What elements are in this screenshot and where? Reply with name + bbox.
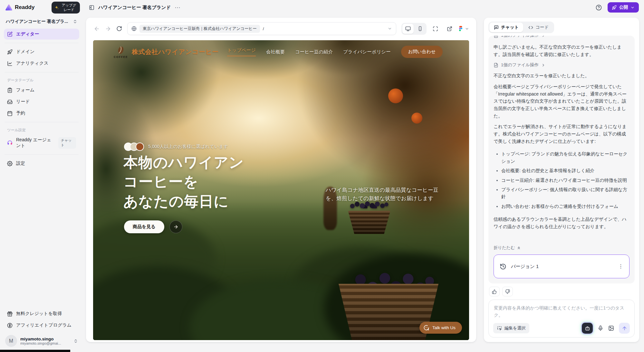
social-proof-badge: 5,000人以上のお客様に選ばれています bbox=[124, 143, 228, 151]
headset-icon bbox=[7, 140, 13, 146]
figma-export-button[interactable] bbox=[458, 26, 469, 32]
brand[interactable]: Readdy bbox=[5, 4, 34, 11]
chat-bubble-icon bbox=[494, 25, 499, 30]
headline-line: あなたの毎日に bbox=[123, 192, 244, 211]
file-op-label: 1個のファイル操作 bbox=[501, 36, 539, 38]
image-upload-button[interactable] bbox=[608, 325, 614, 331]
sidebar-item-forms[interactable]: フォーム bbox=[4, 85, 79, 96]
upgrade-button[interactable]: アップグレード bbox=[52, 2, 80, 14]
site-company-name[interactable]: 株式会社ハワイアンコーヒー bbox=[132, 48, 219, 56]
message-paragraph: 信頼感のあるブラウンカラーを基調とした上品なデザインで、ハワイの温かさを感じられ… bbox=[494, 216, 630, 230]
kebab-icon[interactable]: ⋮ bbox=[618, 264, 623, 269]
sidebar-item-settings[interactable]: 設定 bbox=[4, 158, 79, 169]
sidebar-item-analytics[interactable]: アナリティクス bbox=[4, 58, 79, 69]
select-edit-label: 編集を選択 bbox=[505, 325, 525, 331]
chevrons-up-down-icon bbox=[73, 339, 78, 343]
divider bbox=[5, 154, 79, 155]
project-name: ハワイアンコーヒー 著名ブラ... bbox=[6, 19, 68, 24]
message-bullet-list: トップページ: ブランドの魅力を伝える印象的なヒーローセクション 会社概要: 会… bbox=[494, 148, 630, 212]
help-icon[interactable] bbox=[596, 5, 602, 11]
mobile-view-button[interactable] bbox=[414, 24, 426, 34]
sidebar-item-label: 無料クレジットを取得 bbox=[16, 311, 62, 317]
section-label-data: データテーブル bbox=[4, 75, 79, 84]
readdy-app: Readdy アップグレード ハワイアンコーヒー 著名ブランド ⋯ bbox=[0, 0, 644, 352]
agent-mode-button[interactable] bbox=[582, 323, 593, 334]
bullet-item: トップページ: ブランドの魅力を伝える印象的なヒーローセクション bbox=[501, 150, 630, 165]
external-link-icon[interactable] bbox=[444, 23, 455, 34]
mic-icon bbox=[598, 325, 603, 331]
publish-label: 公開 bbox=[619, 5, 628, 10]
social-proof-text: 5,000人以上のお客様に選ばれています bbox=[148, 144, 228, 150]
chat-input-card: 編集を選択 bbox=[488, 300, 635, 338]
topbar-left: Readdy アップグレード bbox=[0, 0, 83, 15]
divider bbox=[5, 72, 79, 72]
sparkle-icon bbox=[54, 5, 59, 10]
maximize-icon[interactable] bbox=[430, 23, 441, 34]
sidebar: ハワイアンコーヒー 著名ブラ... エディター ドメイン アナリティクス データ bbox=[0, 15, 83, 352]
chat-input[interactable] bbox=[493, 304, 630, 319]
ellipsis-icon[interactable]: ⋯ bbox=[175, 4, 181, 11]
chat-input-controls: 編集を選択 bbox=[493, 323, 630, 334]
chat-panel: チャット コード 1個のファイル操作 申し訳ございません。不正な空白文字のエラー… bbox=[484, 18, 639, 342]
topbar-right: 公開 bbox=[596, 2, 644, 13]
site-nav-top[interactable]: トップページ bbox=[227, 47, 256, 56]
send-button[interactable] bbox=[619, 323, 630, 334]
sidebar-item-leads[interactable]: リード bbox=[4, 96, 79, 107]
sidebar-item-editor[interactable]: エディター bbox=[4, 29, 79, 40]
sidebar-item-label: アナリティクス bbox=[16, 60, 48, 66]
url-bar[interactable]: 東京ハワイアンコーヒー豆販売｜株式会社ハワイアンコーヒー / bbox=[127, 22, 396, 35]
thumbs-down-button[interactable] bbox=[502, 287, 513, 296]
sidebar-item-agent[interactable]: Readdy エージェント チャット bbox=[4, 134, 79, 151]
file-op-row[interactable]: 1個のファイル操作 bbox=[494, 62, 630, 68]
agent-chat-badge: チャット bbox=[58, 137, 76, 149]
user-name: miyamoto.singo bbox=[20, 337, 70, 341]
view-products-button[interactable]: 商品を見る bbox=[124, 220, 164, 233]
sidebar-item-free-credits[interactable]: 無料クレジットを取得 bbox=[4, 308, 79, 319]
sidebar-item-affiliate[interactable]: アフィリエイトプログラム bbox=[4, 320, 79, 331]
publish-button[interactable]: 公開 bbox=[608, 2, 639, 13]
site-logo[interactable]: COFFEE bbox=[114, 45, 128, 59]
mic-button[interactable] bbox=[598, 325, 603, 331]
edit-icon bbox=[7, 32, 13, 37]
chevrons-up-down-icon bbox=[73, 19, 77, 24]
site-nav-about[interactable]: 会社概要 bbox=[266, 49, 285, 55]
desktop-view-button[interactable] bbox=[402, 24, 414, 34]
sidebar-item-bookings[interactable]: 予約 bbox=[4, 108, 79, 119]
chat-message-area[interactable]: 1個のファイル操作 申し訳ございません。不正な空白文字のエラーを修正いたします。… bbox=[488, 36, 635, 283]
image-icon bbox=[608, 325, 614, 331]
thumbs-up-button[interactable] bbox=[489, 287, 500, 296]
forward-icon[interactable] bbox=[105, 26, 111, 32]
collapse-message-button[interactable]: 折りたたむ bbox=[494, 245, 630, 251]
version-card[interactable]: バージョン 1 ⋮ bbox=[494, 255, 630, 278]
reload-icon[interactable] bbox=[116, 26, 122, 32]
sidebar-item-domain[interactable]: ドメイン bbox=[4, 46, 79, 57]
sidebar-item-label: Readdy エージェント bbox=[16, 137, 55, 149]
dollar-circle-icon bbox=[7, 323, 13, 328]
tab-chat-label: チャット bbox=[501, 24, 519, 30]
divider bbox=[5, 43, 79, 43]
site-nav-beans[interactable]: コーヒー豆の紹介 bbox=[295, 49, 333, 55]
project-selector[interactable]: ハワイアンコーヒー 著名ブラ... bbox=[4, 17, 79, 28]
select-edit-button[interactable]: 編集を選択 bbox=[493, 323, 529, 333]
chevron-down-icon[interactable] bbox=[388, 26, 392, 31]
chat-support-icon bbox=[423, 325, 429, 331]
tab-chat[interactable]: チャット bbox=[489, 23, 523, 32]
sidebar-spacer bbox=[4, 169, 79, 308]
site-contact-button[interactable]: お問い合わせ bbox=[401, 46, 443, 58]
arrow-right-icon[interactable] bbox=[169, 220, 182, 233]
brand-name: Readdy bbox=[15, 4, 34, 11]
panel-collapse-icon[interactable] bbox=[89, 5, 94, 10]
sidebar-item-label: フォーム bbox=[16, 87, 34, 93]
message-paragraph: 会社概要ページとプライバシーポリシーページで発生していた「Irregular w… bbox=[494, 83, 630, 119]
user-email: miyamoto.singo@gmai... bbox=[20, 341, 69, 345]
device-toggle bbox=[401, 23, 427, 35]
back-icon[interactable] bbox=[94, 26, 100, 32]
preview-panel: 東京ハワイアンコーヒー豆販売｜株式会社ハワイアンコーヒー / bbox=[86, 18, 476, 342]
chevron-down-icon bbox=[630, 5, 635, 10]
talk-with-us-button[interactable]: Talk with Us bbox=[419, 322, 462, 334]
tab-code[interactable]: コード bbox=[524, 23, 553, 32]
upgrade-label: アップグレード bbox=[61, 3, 77, 12]
site-nav-privacy[interactable]: プライバシーポリシー bbox=[343, 49, 391, 55]
dock-edge bbox=[0, 350, 70, 352]
user-menu[interactable]: M miyamoto.singo miyamoto.singo@gmai... bbox=[4, 331, 79, 347]
